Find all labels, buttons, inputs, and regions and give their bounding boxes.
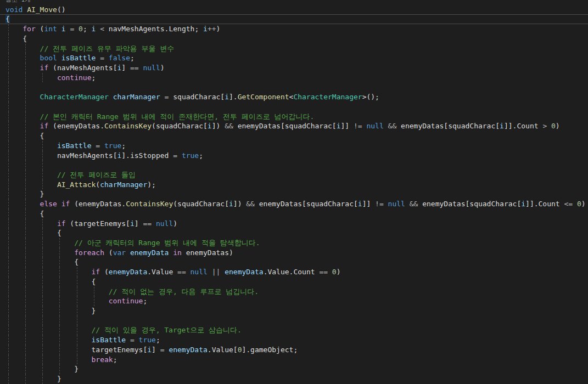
indent-guide xyxy=(59,355,60,365)
indent-guide xyxy=(42,238,43,248)
code-token: = xyxy=(173,151,177,160)
indent-guide xyxy=(25,82,26,92)
code-token xyxy=(220,268,225,276)
code-editor[interactable]: 참조 1개void AI_Move(){for (int i = 0; i < … xyxy=(0,0,588,384)
indent-guide xyxy=(42,151,43,161)
code-token: ]] xyxy=(340,122,353,130)
code-line[interactable]: if (enemyDatas.ContainsKey(squadCharac[i… xyxy=(0,121,588,131)
code-text: for (int i = 0; i < navMeshAgents.Length… xyxy=(23,24,220,34)
indent-guide xyxy=(8,199,9,209)
code-line[interactable]: } xyxy=(0,306,588,316)
indent-guide xyxy=(59,335,60,345)
indent-guide xyxy=(8,34,9,44)
code-token: true xyxy=(182,151,199,160)
indent-guide xyxy=(77,316,77,326)
code-token: isBattle xyxy=(57,142,92,150)
code-token: foreach xyxy=(74,249,104,257)
code-comment-token: // 아군 캐릭터의 Range 범위 내에 적을 탐색합니다. xyxy=(74,239,260,247)
code-token: targetEnemys[ xyxy=(74,219,130,228)
code-line[interactable]: // 전투 페이즈 유무 파악용 부울 변수 xyxy=(0,44,588,54)
code-line[interactable] xyxy=(0,160,588,170)
indent-guide xyxy=(59,325,60,335)
code-token: (squadCharac[ xyxy=(173,200,229,208)
code-line[interactable]: { xyxy=(0,34,588,44)
code-line[interactable]: targetEnemys[i] = enemyData.Value[0].gam… xyxy=(0,345,588,355)
code-token: ].gameObject; xyxy=(242,346,298,354)
code-line[interactable] xyxy=(0,102,588,112)
code-token: ( xyxy=(66,219,75,228)
code-line[interactable]: { xyxy=(0,228,588,238)
code-text: bool isBattle = false; xyxy=(40,53,135,63)
code-line[interactable]: void AI_Move() xyxy=(0,5,588,15)
code-line[interactable]: if (navMeshAgents[i] == null) xyxy=(0,63,588,73)
code-token: i xyxy=(147,346,152,354)
code-line[interactable]: for (int i = 0; i < navMeshAgents.Length… xyxy=(0,24,588,34)
code-line[interactable]: { xyxy=(0,131,588,141)
code-token: { xyxy=(74,258,79,266)
code-line[interactable]: else if (enemyDatas.ContainsKey(squadCha… xyxy=(0,199,588,209)
code-token: != xyxy=(375,200,384,208)
code-token: ( xyxy=(100,268,109,276)
code-token: ( xyxy=(70,200,79,208)
code-token: enemyDatas[squadCharac[ xyxy=(418,200,521,208)
code-line[interactable]: if (enemyData.Value == null || enemyData… xyxy=(0,267,588,277)
code-line[interactable]: foreach (var enemyData in enemyDatas) xyxy=(0,248,588,258)
code-line[interactable]: // 전투 페이즈로 돌입 xyxy=(0,170,588,180)
code-token: i xyxy=(130,219,135,228)
code-line[interactable]: // 아군 캐릭터의 Range 범위 내에 적을 탐색합니다. xyxy=(0,238,588,248)
code-token: enemyData xyxy=(225,268,263,276)
indent-guide xyxy=(59,257,60,267)
codelens-line[interactable]: 참조 1개 xyxy=(0,0,588,5)
code-token: = xyxy=(126,336,138,344)
code-token xyxy=(208,268,212,276)
code-line[interactable]: { xyxy=(0,209,588,219)
code-line[interactable] xyxy=(0,82,588,92)
code-line[interactable]: AI_Attack(charManager); xyxy=(0,180,588,190)
code-line[interactable]: { xyxy=(0,277,588,287)
code-line[interactable]: // 적이 있을 경우, Target으로 삼습니다. xyxy=(0,325,588,335)
code-line[interactable]: // 적이 없는 경우, 다음 루프로 넘깁니다. xyxy=(0,287,588,297)
code-line[interactable]: break; xyxy=(0,355,588,365)
code-line[interactable]: } xyxy=(0,364,588,374)
code-token: ; xyxy=(199,151,203,160)
code-line[interactable]: { xyxy=(0,257,588,267)
code-area[interactable]: 참조 1개void AI_Move(){for (int i = 0; i < … xyxy=(0,0,588,384)
code-text: } xyxy=(92,306,96,316)
code-text: foreach (var enemyData in enemyDatas) xyxy=(74,248,233,258)
code-line[interactable]: bool isBattle = false; xyxy=(0,53,588,63)
code-text: break; xyxy=(92,355,117,365)
indent-guide xyxy=(77,355,77,365)
indent-guide xyxy=(42,267,43,277)
code-text: { xyxy=(57,228,61,238)
code-token: () xyxy=(57,5,66,14)
code-token: navMeshAgents[ xyxy=(57,151,117,160)
code-text: continue; xyxy=(57,73,96,83)
indent-guide xyxy=(8,345,9,355)
code-token: ( xyxy=(48,64,57,72)
code-token: ); xyxy=(147,180,156,189)
code-text: if (navMeshAgents[i] == null) xyxy=(40,63,165,73)
code-line[interactable]: isBattle = true; xyxy=(0,335,588,345)
code-token: false xyxy=(109,54,130,62)
indent-guide xyxy=(8,219,9,229)
code-token: enemyData xyxy=(130,249,169,257)
code-line[interactable]: CharacterManager charManager = squadChar… xyxy=(0,92,588,102)
code-line[interactable]: continue; xyxy=(0,296,588,306)
code-line[interactable]: navMeshAgents[i].isStopped = true; xyxy=(0,151,588,161)
code-token: continue xyxy=(57,74,92,82)
current-line[interactable]: { xyxy=(0,14,588,24)
indent-guide xyxy=(42,219,43,229)
code-line[interactable]: // 본인 캐릭터 Range 범위 내에 적이 존재한다면, 전투 페이즈로 … xyxy=(0,112,588,122)
indent-guide xyxy=(8,131,9,141)
indent-guide xyxy=(8,277,9,287)
code-line[interactable]: } xyxy=(0,189,588,199)
code-line[interactable]: if (targetEnemys[i] == null) xyxy=(0,219,588,229)
code-line[interactable]: } xyxy=(0,374,588,384)
code-line[interactable]: isBattle = true; xyxy=(0,141,588,151)
code-line[interactable]: continue; xyxy=(0,73,588,83)
code-line[interactable] xyxy=(0,316,588,326)
indent-guide xyxy=(25,316,26,326)
code-token: squadCharac[ xyxy=(173,93,225,101)
indent-guide xyxy=(8,102,9,112)
indent-guide xyxy=(42,277,43,287)
